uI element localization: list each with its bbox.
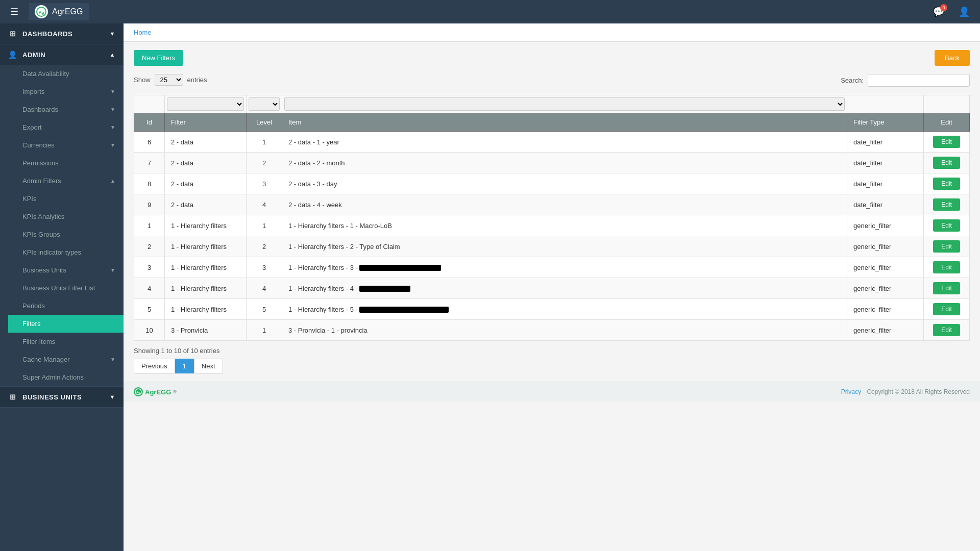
sidebar-item-export[interactable]: Export ▼ xyxy=(0,118,124,136)
sidebar-item-filter-items[interactable]: Filter Items xyxy=(8,333,124,350)
show-entries: Show 10 25 50 100 entries xyxy=(134,74,207,86)
col-header-filter: Filter xyxy=(165,113,247,132)
notification-button[interactable]: 💬 0 xyxy=(929,4,948,19)
edit-button[interactable]: Edit xyxy=(933,178,960,190)
cell-filter-type: generic_filter xyxy=(847,236,924,257)
cell-item: 2 - data - 4 - week xyxy=(282,194,847,215)
top-actions: New Filters Back xyxy=(134,50,970,66)
sidebar-item-dashboards-sub[interactable]: Dashboards ▼ xyxy=(0,101,124,118)
edit-button[interactable]: Edit xyxy=(933,240,960,253)
filter-item-col xyxy=(282,95,847,113)
filter-filter-col xyxy=(165,95,247,113)
dashboards-chevron: ▼ xyxy=(110,31,115,37)
footer-logo-text: AgrEGG xyxy=(145,388,171,396)
cell-filter-type: date_filter xyxy=(847,132,924,153)
cell-id: 9 xyxy=(134,194,165,215)
filter-dropdown-level[interactable] xyxy=(249,97,280,111)
sidebar-item-imports[interactable]: Imports ▼ xyxy=(0,83,124,101)
sidebar-label-business-units: BUSINESS UNITS xyxy=(22,393,82,401)
cell-edit: Edit xyxy=(924,236,970,257)
sidebar-item-kpis-indicator-types[interactable]: KPIs indicator types xyxy=(8,243,124,261)
privacy-link[interactable]: Privacy xyxy=(841,388,861,395)
cell-filter: 2 - data xyxy=(165,194,247,215)
cell-id: 6 xyxy=(134,132,165,153)
dashboards-sub-chevron: ▼ xyxy=(110,107,115,112)
filter-id-col xyxy=(134,95,165,113)
footer-right: Privacy Copyright © 2018 All Rights Rese… xyxy=(841,388,970,395)
footer-logo-icon: Ag xyxy=(134,387,143,396)
home-breadcrumb[interactable]: Home xyxy=(134,29,152,36)
back-button[interactable]: Back xyxy=(935,50,970,66)
notification-badge: 0 xyxy=(940,4,947,11)
cell-level: 1 xyxy=(247,132,282,153)
sidebar-item-data-availability[interactable]: Data Availability xyxy=(0,65,124,83)
cell-filter-type: generic_filter xyxy=(847,278,924,299)
cell-item: 1 - Hierarchy filters - 3 - xyxy=(282,257,847,278)
sidebar-item-kpis[interactable]: KPIs xyxy=(8,190,124,208)
cell-filter-type: generic_filter xyxy=(847,215,924,236)
sidebar-item-business-units-filter-list[interactable]: Business Units Filter List xyxy=(8,279,124,297)
admin-section: 👤 ADMIN ▲ Data Availability Imports ▼ Da… xyxy=(0,44,124,387)
edit-button[interactable]: Edit xyxy=(933,157,960,169)
cell-filter-type: date_filter xyxy=(847,194,924,215)
top-navigation: ☰ Ag AgrEGG 💬 0 👤 xyxy=(0,0,980,23)
filter-filtertype-col xyxy=(847,95,924,113)
sidebar-item-currencies[interactable]: Currencies ▼ xyxy=(0,136,124,154)
edit-button[interactable]: Edit xyxy=(933,324,960,336)
sidebar-item-kpis-groups[interactable]: KPIs Groups xyxy=(8,226,124,243)
admin-filters-chevron: ▲ xyxy=(110,178,115,184)
cell-edit: Edit xyxy=(924,299,970,320)
page-1-button[interactable]: 1 xyxy=(175,359,194,373)
sidebar-item-permissions[interactable]: Permissions xyxy=(0,154,124,172)
svg-text:Ag: Ag xyxy=(39,10,44,15)
filter-dropdown-item[interactable] xyxy=(284,97,845,111)
cell-level: 1 xyxy=(247,215,282,236)
table-row: 9 2 - data 4 2 - data - 4 - week date_fi… xyxy=(134,194,970,215)
previous-button[interactable]: Previous xyxy=(134,359,175,373)
sidebar-item-dashboards[interactable]: ⊞ DASHBOARDS ▼ xyxy=(0,23,124,44)
cell-edit: Edit xyxy=(924,257,970,278)
cell-edit: Edit xyxy=(924,278,970,299)
cell-edit: Edit xyxy=(924,153,970,173)
edit-button[interactable]: Edit xyxy=(933,282,960,294)
sidebar-item-super-admin-actions[interactable]: Super Admin Actions xyxy=(8,368,124,386)
logo-area: Ag AgrEGG xyxy=(29,3,89,20)
admin-icon: 👤 xyxy=(8,51,17,59)
edit-button[interactable]: Edit xyxy=(933,303,960,315)
cell-edit: Edit xyxy=(924,132,970,153)
new-filters-button[interactable]: New Filters xyxy=(134,50,183,66)
sidebar-item-cache-manager[interactable]: Cache Manager ▼ xyxy=(8,350,124,368)
table-row: 7 2 - data 2 2 - data - 2 - month date_f… xyxy=(134,153,970,173)
footer-logo: Ag AgrEGG ® xyxy=(134,387,177,396)
col-header-level: Level xyxy=(247,113,282,132)
user-menu-button[interactable]: 👤 xyxy=(954,4,974,19)
edit-button[interactable]: Edit xyxy=(933,198,960,211)
cell-filter-type: generic_filter xyxy=(847,320,924,341)
sidebar-item-business-units[interactable]: Business Units ▼ xyxy=(8,261,124,279)
cache-chevron: ▼ xyxy=(110,357,115,362)
entries-select[interactable]: 10 25 50 100 xyxy=(155,74,183,86)
svg-text:Ag: Ag xyxy=(136,391,140,394)
imports-chevron: ▼ xyxy=(110,89,115,94)
edit-button[interactable]: Edit xyxy=(933,136,960,148)
edit-button[interactable]: Edit xyxy=(933,261,960,273)
show-label: Show xyxy=(134,76,151,84)
business-units-chevron: ▼ xyxy=(110,394,115,400)
sidebar-item-admin[interactable]: 👤 ADMIN ▲ xyxy=(0,44,124,65)
filter-dropdown-filter[interactable] xyxy=(167,97,244,111)
sidebar-item-periods[interactable]: Periods xyxy=(8,297,124,315)
dashboards-icon: ⊞ xyxy=(8,30,17,38)
sidebar-item-kpis-analytics[interactable]: KPIs Analytics xyxy=(8,208,124,226)
export-chevron: ▼ xyxy=(110,124,115,130)
next-button[interactable]: Next xyxy=(194,359,223,373)
edit-button[interactable]: Edit xyxy=(933,219,960,232)
cell-item: 1 - Hierarchy filters - 4 - xyxy=(282,278,847,299)
sidebar-item-business-units-header[interactable]: ⊞ BUSINESS UNITS ▼ xyxy=(0,387,124,407)
search-label: Search: xyxy=(841,77,864,84)
search-input[interactable] xyxy=(868,74,970,87)
table-row: 5 1 - Hierarchy filters 5 1 - Hierarchy … xyxy=(134,299,970,320)
sidebar-item-filters[interactable]: Filters xyxy=(8,315,124,333)
sidebar-item-admin-filters[interactable]: Admin Filters ▲ xyxy=(0,172,124,190)
cell-edit: Edit xyxy=(924,320,970,341)
hamburger-menu[interactable]: ☰ xyxy=(6,4,22,19)
